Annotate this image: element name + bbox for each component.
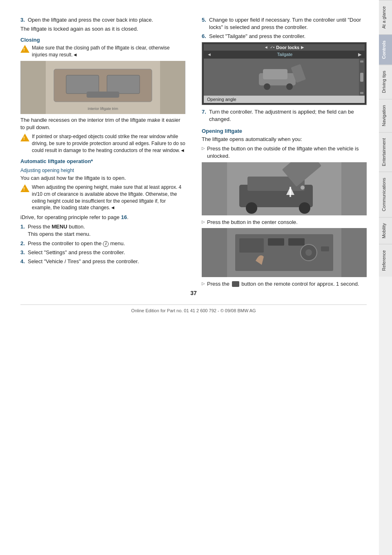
height-warning-text: When adjusting the opening height, make … (32, 184, 185, 211)
step-4: 4. Select "Vehicle / Tires" and press th… (20, 258, 185, 265)
opening-liftgate-heading: Opening liftgate (202, 128, 367, 134)
screen-display: ◄ ✓▪ Door locks ▶ ◄ Tailgate ▶ (202, 42, 367, 105)
auto-heading: Automatic liftgate operation* (20, 158, 185, 164)
step-1: 1. Press the MENU button.This opens the … (20, 223, 185, 238)
svg-rect-22 (239, 238, 264, 253)
step-1-sub: This opens the start menu. (28, 231, 91, 237)
step-5: 5. Change to upper field if necessary. T… (202, 16, 367, 31)
step-6-number: 6. (202, 33, 209, 40)
svg-point-26 (305, 249, 312, 256)
handle-note: The handle recesses on the interior trim… (20, 116, 185, 131)
idrive-page-link[interactable]: 16 (121, 214, 127, 220)
screen-tailgate-arrow-right: ▶ (358, 52, 361, 57)
page-number: 37 (20, 290, 367, 296)
screen-car-container (204, 59, 365, 96)
bullet-3: ▷ Press the button on the remote control… (202, 280, 367, 288)
sharp-warning-text: If pointed or sharp-edged objects could … (32, 133, 185, 154)
screen-tailgate-arrow-left: ◄ (207, 52, 212, 57)
step-2-text: Press the controller to open the i menu. (28, 240, 185, 247)
screen-arrow-right: ▶ (301, 45, 304, 49)
svg-rect-23 (268, 238, 284, 246)
screen-tailgate-text: Tailgate (213, 52, 356, 57)
warning-icon-3 (20, 184, 29, 192)
liftgate-locked-note: The liftgate is locked again as soon as … (20, 25, 185, 33)
idrive-ref: iDrive, for operating principle refer to… (20, 214, 185, 221)
step-4-text: Select "Vehicle / Tires" and press the c… (28, 258, 185, 265)
step-7-number: 7. (202, 108, 209, 123)
bullet-3-text: Press the button on the remote control f… (207, 280, 367, 288)
bullet-1-text: Press the button on the outside of the l… (207, 145, 367, 160)
remote-control-icon (232, 281, 239, 287)
step-3-text: Open the liftgate and press the cover ba… (28, 16, 185, 24)
sidebar: At a glance Controls Driving tips Naviga… (379, 0, 392, 555)
sidebar-tab-entertainment[interactable]: Entertainment (379, 132, 392, 172)
step-2: 2. Press the controller to open the i me… (20, 240, 185, 247)
step-4-number: 4. (20, 258, 28, 265)
svg-rect-18 (290, 187, 291, 197)
svg-rect-4 (87, 92, 119, 98)
step-1-number: 1. (20, 223, 28, 238)
svg-point-9 (286, 83, 293, 90)
slider-down-arrow (360, 92, 363, 94)
left-column: 3. Open the liftgate and press the cover… (20, 16, 189, 290)
step-3b-text: Select "Settings" and press the controll… (28, 249, 185, 256)
opening-intro: The liftgate opens automatically when yo… (202, 136, 367, 143)
screen-arrow-left: ◄ (264, 45, 268, 49)
screen-top-row: ◄ ✓▪ Door locks ▶ (204, 44, 365, 51)
slider-up-arrow (360, 60, 363, 63)
step-3b-number: 3. (20, 249, 28, 256)
svg-rect-3 (107, 75, 140, 94)
svg-rect-27 (321, 246, 329, 251)
svg-point-8 (264, 83, 270, 90)
sidebar-tab-controls[interactable]: Controls (379, 34, 392, 65)
bullet-2-text: Press the button in the center console. (207, 219, 367, 226)
right-column: 5. Change to upper field if necessary. T… (198, 16, 367, 290)
screen-check-icon: ✓▪ (270, 45, 275, 49)
sidebar-tab-at-a-glance[interactable]: At a glance (379, 0, 392, 34)
sidebar-tab-driving-tips[interactable]: Driving tips (379, 65, 392, 98)
step-3: 3. Open the liftgate and press the cover… (20, 16, 185, 24)
bullet-3-icon: ▷ (202, 281, 205, 286)
svg-point-14 (246, 202, 257, 214)
liftgate-open-image (202, 162, 367, 215)
closing-warning: Make sure that the closing path of the l… (20, 45, 185, 58)
sidebar-tab-navigation[interactable]: Navigation (379, 99, 392, 132)
svg-point-15 (299, 202, 310, 214)
svg-point-19 (301, 186, 305, 190)
step-1-text: Press the MENU button.This opens the sta… (28, 223, 185, 238)
sidebar-tab-communications[interactable]: Communications (379, 172, 392, 217)
step-3-number: 3. (20, 16, 28, 24)
screen-opening-angle: Opening angle (204, 96, 365, 103)
adjust-intro: You can adjust how far the liftgate is t… (20, 175, 185, 182)
footnote: Online Edition for Part no. 01 41 2 600 … (20, 304, 367, 313)
svg-text:Interior liftgate trim: Interior liftgate trim (88, 107, 118, 111)
step-5-number: 5. (202, 16, 209, 31)
bullet-2-icon: ▷ (202, 219, 205, 224)
main-content: 3. Open the liftgate and press the cover… (0, 0, 379, 555)
step-6: 6. Select "Tailgate" and press the contr… (202, 33, 367, 40)
adjusting-heading: Adjusting opening height (20, 168, 185, 173)
closing-heading: Closing (20, 37, 185, 43)
info-icon: i (103, 241, 109, 247)
step-6-text: Select "Tailgate" and press the controll… (209, 33, 367, 40)
bullet-2: ▷ Press the button in the center console… (202, 219, 367, 226)
sharp-warning: If pointed or sharp-edged objects could … (20, 133, 185, 154)
warning-icon-2 (20, 134, 29, 141)
step-7: 7. Turn the controller. The adjustment i… (202, 108, 367, 123)
slider-thumb (360, 73, 363, 82)
svg-rect-24 (288, 238, 305, 246)
height-warning: When adjusting the opening height, make … (20, 184, 185, 211)
closing-warning-text: Make sure that the closing path of the l… (32, 45, 185, 58)
step-2-number: 2. (20, 240, 28, 247)
sidebar-tab-mobility[interactable]: Mobility (379, 217, 392, 244)
step-5-text: Change to upper field if necessary. Turn… (209, 16, 367, 31)
sidebar-tab-reference[interactable]: Reference (379, 244, 392, 277)
screen-car-image (204, 59, 359, 96)
liftgate-interior-image: Interior liftgate trim (20, 61, 185, 114)
menu-bold: MENU (52, 224, 67, 230)
screen-door-locks: Door locks (276, 45, 299, 50)
screen-slider (359, 59, 365, 96)
svg-rect-2 (66, 75, 99, 94)
step-3b: 3. Select "Settings" and press the contr… (20, 249, 185, 256)
center-console-image (202, 228, 367, 277)
